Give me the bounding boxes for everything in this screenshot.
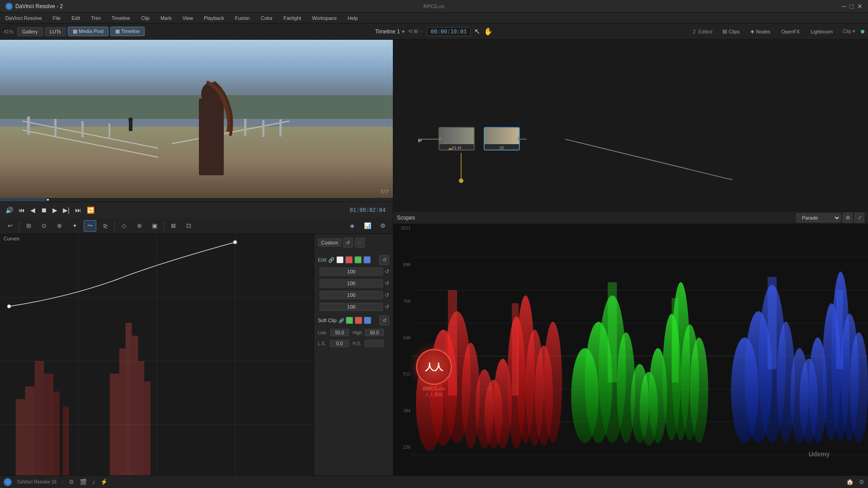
blue-color-btn[interactable] <box>363 256 371 263</box>
status-home-icon[interactable]: 🏠 <box>846 479 854 485</box>
curves-more-icon[interactable]: ··· <box>355 238 365 248</box>
high-input[interactable] <box>365 329 384 336</box>
soft-clip-section: Soft Clip 🔗 ↺ <box>318 315 389 325</box>
svg-rect-33 <box>138 361 144 488</box>
green-channel-row: ↺ <box>318 290 389 300</box>
tab-nodes[interactable]: ◈ Nodes <box>746 27 775 36</box>
square-btn[interactable]: ▣ <box>148 220 161 232</box>
soft-clip-blue-btn[interactable] <box>364 317 371 324</box>
hs-input[interactable] <box>365 340 384 347</box>
toolbar-cursor-icon[interactable]: ↖ <box>474 27 480 36</box>
undo-btn[interactable]: ↩ <box>4 220 16 232</box>
master-reset-btn[interactable]: ↺ <box>385 267 389 276</box>
low-input[interactable] <box>330 329 349 336</box>
menu-fairlight[interactable]: Fairlight <box>282 14 303 22</box>
menu-playback[interactable]: Playback <box>202 14 226 22</box>
soft-clip-green-btn[interactable] <box>346 317 353 324</box>
menu-help[interactable]: Help <box>346 14 360 22</box>
skip-to-start-btn[interactable]: ⏮ <box>17 206 27 215</box>
node-2[interactable]: 02 <box>484 127 520 150</box>
frame-btn[interactable]: ⊠ <box>167 220 179 232</box>
curves-controls: Custom ↺ ··· Edit 🔗 ↺ <box>314 234 393 488</box>
toolbar-hand-icon[interactable]: ✋ <box>484 27 493 36</box>
menu-timeline[interactable]: Timeline <box>110 14 132 22</box>
menu-davinci[interactable]: DaVinci Resolve <box>4 14 44 22</box>
tab-clips[interactable]: ▤ Clips <box>718 27 744 36</box>
red-reset-btn[interactable]: ↺ <box>385 279 389 287</box>
gallery-btn[interactable]: Gallery <box>17 27 43 36</box>
menu-file[interactable]: File <box>51 14 63 22</box>
stop-btn[interactable]: ⏹ <box>39 206 49 215</box>
master-channel-input[interactable] <box>320 267 383 276</box>
status-icon-1[interactable]: ⚙ <box>69 479 74 485</box>
scope-mode-dropdown[interactable]: Parade Waveform Vectorscope Histogram <box>796 213 841 222</box>
app-title: DaVinci Resolve - 2 <box>5 3 63 10</box>
green-color-btn[interactable] <box>354 256 362 263</box>
ls-input[interactable] <box>330 340 349 347</box>
step-back-btn[interactable]: ◀ <box>28 206 37 215</box>
curves-preset-dropdown[interactable]: Custom <box>318 239 341 247</box>
pin-btn[interactable]: ⊵ <box>99 220 112 232</box>
soft-clip-reset-icon[interactable]: ↺ <box>379 315 389 325</box>
volume-btn[interactable]: 🔊 <box>4 206 15 215</box>
menu-trim[interactable]: Trim <box>89 14 103 22</box>
scope-expand-btn[interactable]: ⤢ <box>854 213 864 223</box>
settings-btn[interactable]: ⚙ <box>377 220 389 232</box>
diamond-btn[interactable]: ◇ <box>118 220 130 232</box>
menu-workspace[interactable]: Workspace <box>310 14 339 22</box>
maximize-button[interactable]: □ <box>850 3 854 10</box>
magic-btn[interactable]: ⊙ <box>38 220 50 232</box>
edit-reset-icon[interactable]: ↺ <box>379 255 389 265</box>
status-icon-4[interactable]: ⚡ <box>100 479 108 485</box>
play-btn[interactable]: ▶ <box>51 206 59 215</box>
curves-reset-icon[interactable]: ↺ <box>343 238 353 248</box>
master-color-btn[interactable] <box>336 256 344 263</box>
node-1[interactable]: 01 M <box>439 127 475 150</box>
tab-lightroom[interactable]: Lightroom <box>806 28 837 36</box>
circle-btn[interactable]: ⊛ <box>133 220 146 232</box>
blue-reset-btn[interactable]: ↺ <box>385 303 389 311</box>
status-icon-3[interactable]: ♪ <box>92 479 95 485</box>
red-channel-input[interactable] <box>320 279 383 287</box>
close-button[interactable]: ✕ <box>857 3 863 10</box>
tab-openfx[interactable]: OpenFX <box>777 28 804 36</box>
luts-btn[interactable]: LUTs <box>45 27 66 36</box>
edit-mode-btn[interactable]: ✦ <box>68 220 81 232</box>
timeline-btn[interactable]: ▩ Timeline <box>110 27 145 36</box>
scope-right-btn[interactable]: ◈ <box>346 220 359 232</box>
green-reset-btn[interactable]: ↺ <box>385 291 389 299</box>
step-forward-btn[interactable]: ▶| <box>61 206 71 215</box>
edit-toolbar: ↩ ⊞ ⊙ ⊕ ✦ 〜 ⊵ ◇ ⊛ ▣ ⊠ ⊡ ◈ 📊 ⚙ <box>0 218 393 234</box>
red-color-btn[interactable] <box>345 256 353 263</box>
menu-edit[interactable]: Edit <box>70 14 82 22</box>
soft-clip-red-btn[interactable] <box>355 317 362 324</box>
media-pool-btn[interactable]: ▩ Media Pool <box>68 27 108 36</box>
timeline-scrubber[interactable] <box>0 198 393 202</box>
status-settings-icon[interactable]: ⚙ <box>859 479 864 485</box>
menu-mark[interactable]: Mark <box>159 14 173 22</box>
scopes-header: Scopes Parade Waveform Vectorscope Histo… <box>393 211 868 224</box>
window-controls[interactable]: ─ □ ✕ <box>842 3 863 10</box>
menu-clip[interactable]: Clip <box>139 14 151 22</box>
add-btn[interactable]: ⊕ <box>53 220 66 232</box>
chart-btn[interactable]: 📊 <box>361 220 374 232</box>
curve-btn[interactable]: 〜 <box>84 220 96 232</box>
blue-channel-input[interactable] <box>320 303 383 311</box>
skip-to-end-btn[interactable]: ⏭ <box>73 206 83 215</box>
scope-grid-btn[interactable]: ⊞ <box>843 213 853 223</box>
grid-btn[interactable]: ⊞ <box>22 220 35 232</box>
hs-label: H.S. <box>353 341 364 346</box>
node-2-label: 02 <box>485 144 519 150</box>
minimize-button[interactable]: ─ <box>842 3 846 10</box>
main-toolbar: 41% Gallery LUTs ▩ Media Pool ▩ Timeline… <box>0 23 868 40</box>
svg-rect-8 <box>81 121 84 137</box>
curves-canvas[interactable]: Curves <box>0 234 314 488</box>
menu-fusion[interactable]: Fusion <box>233 14 252 22</box>
loop-btn[interactable]: 🔁 <box>85 206 96 215</box>
menu-view[interactable]: View <box>180 14 195 22</box>
green-channel-input[interactable] <box>320 291 383 299</box>
status-icon-2[interactable]: 🎬 <box>80 479 87 485</box>
menu-color[interactable]: Color <box>259 14 274 22</box>
scopes-controls: Parade Waveform Vectorscope Histogram ⊞ … <box>796 213 864 223</box>
media-btn[interactable]: ⊡ <box>182 220 195 232</box>
